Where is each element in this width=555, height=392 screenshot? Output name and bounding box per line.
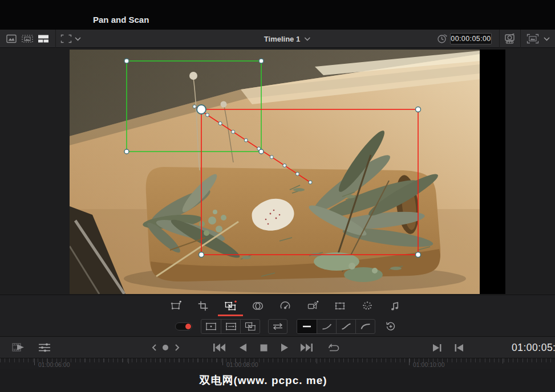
previous-keyframe-icon[interactable] [149, 337, 159, 358]
toolbar-separator [55, 30, 56, 48]
ease-in-out-button[interactable] [336, 320, 355, 333]
goto-in-icon[interactable] [452, 337, 465, 358]
sizing-tool[interactable] [334, 300, 346, 312]
pan-and-scan-window: Pan and Scan Timeline 1 00:00:05:00 [0, 0, 555, 392]
target-rect-handle-top-left[interactable] [197, 105, 206, 114]
motion-path-keyframe-dot[interactable] [244, 138, 248, 142]
enable-toggle[interactable] [175, 322, 192, 330]
single-viewer-icon[interactable] [5, 32, 18, 45]
ruler-major-tick [34, 358, 35, 365]
duration-clock-icon[interactable] [435, 32, 449, 45]
next-keyframe-icon[interactable] [173, 337, 182, 358]
chevron-down-icon [304, 37, 310, 41]
blend-tool[interactable] [252, 300, 264, 312]
corner-pin-tool[interactable] [169, 300, 182, 312]
motion-path-keyframe-dot[interactable] [270, 156, 273, 159]
source-rect-handle-bottom-right[interactable] [259, 149, 264, 154]
pan-scan-tool[interactable] [224, 300, 237, 312]
retime-tool[interactable] [279, 300, 291, 312]
swap-frames-button[interactable] [268, 319, 287, 334]
video-image [70, 50, 505, 294]
transport-bar: 01:00:05:00 [0, 336, 555, 358]
motion-path-keyframe-dot[interactable] [206, 113, 209, 117]
ruler-minor-ticks [0, 358, 555, 362]
photo-herbs-on-board [70, 50, 505, 294]
duration-value: 00:00:05:00 [451, 35, 491, 43]
reset-history-button[interactable] [383, 319, 398, 334]
ruler-timecode-label: 01:00:08:00 [226, 361, 258, 368]
viewer-panel [0, 48, 555, 295]
source-rect-handle-bottom-left[interactable] [124, 149, 129, 154]
keyframe-dot-icon[interactable] [161, 337, 170, 358]
toggle-knob [185, 324, 191, 329]
grain-tool[interactable] [361, 300, 374, 312]
play-reverse-button[interactable] [237, 337, 248, 358]
camera-lock-tool[interactable] [306, 300, 319, 312]
motion-path-keyframe-dot[interactable] [218, 122, 222, 125]
loop-playback-icon[interactable] [325, 337, 341, 358]
grab-still-camera-icon[interactable] [503, 32, 517, 45]
toolbar-separator [520, 30, 521, 48]
last-frame-button[interactable] [299, 337, 315, 358]
ruler-major-tick [222, 358, 223, 365]
video-frame [70, 50, 505, 294]
ruler-timecode-label: 01:00:06:00 [38, 361, 70, 368]
titlebar: Pan and Scan [0, 0, 555, 30]
duration-timecode-field[interactable]: 00:00:05:00 [450, 33, 492, 44]
viewer-mode-icon[interactable] [526, 32, 540, 45]
split-view-icon[interactable] [37, 32, 50, 45]
dual-viewer-icon[interactable] [21, 32, 34, 45]
page-title: Pan and Scan [93, 15, 149, 24]
timeline-name: Timeline 1 [264, 35, 300, 43]
ease-out-button[interactable] [355, 320, 375, 333]
ruler-mid-tick [503, 358, 503, 364]
watermark-text: 双电网(www. pcpc. me) [199, 373, 327, 388]
pan-scan-options [0, 317, 555, 336]
ruler-major-tick [409, 358, 410, 365]
motion-path-keyframe-dot[interactable] [193, 105, 196, 108]
toolbar-separator [499, 30, 500, 48]
viewer-toolbar: Timeline 1 00:00:05:00 [0, 30, 555, 48]
source-rect-handle-top-right[interactable] [259, 59, 264, 63]
show-both-frames-button[interactable] [240, 320, 260, 333]
stop-button[interactable] [258, 337, 269, 358]
timeline-ruler[interactable]: 01:00:06:0001:00:08:0001:00:10:00 [0, 358, 555, 369]
target-rect-handle-bottom-right[interactable] [416, 252, 421, 258]
timeline-selector[interactable]: Timeline 1 [264, 30, 310, 48]
ease-type-group [297, 319, 375, 334]
crop-tool[interactable] [197, 300, 209, 312]
playhead-timecode: 01:00:05:00 [512, 337, 555, 358]
chevron-down-icon[interactable] [542, 32, 551, 45]
safe-area-icon[interactable] [59, 32, 73, 45]
reference-frame-group [201, 319, 260, 334]
ruler-timecode-label: 01:00:10:00 [413, 361, 444, 368]
render-preview-icon[interactable] [10, 337, 29, 358]
audio-tool[interactable] [388, 300, 401, 312]
target-rect-handle-bottom-left[interactable] [199, 252, 204, 258]
ruler-mid-tick [128, 358, 129, 364]
show-source-frame-button[interactable] [201, 320, 221, 333]
first-frame-button[interactable] [211, 337, 227, 358]
show-target-frame-button[interactable] [221, 320, 240, 333]
play-button[interactable] [279, 337, 290, 358]
motion-path-keyframe-dot[interactable] [283, 164, 286, 167]
effects-toolbar [0, 295, 555, 317]
source-rect-handle-top-left[interactable] [124, 59, 129, 63]
ease-in-button[interactable] [317, 320, 336, 333]
ruler-mid-tick [317, 358, 317, 364]
ease-linear-button[interactable] [297, 320, 317, 333]
target-rect-handle-top-right[interactable] [416, 107, 421, 112]
chevron-down-icon[interactable] [73, 32, 82, 45]
motion-path-keyframe-dot[interactable] [295, 172, 299, 175]
keyframe-settings-icon[interactable] [36, 337, 53, 358]
motion-path-keyframe-dot[interactable] [309, 181, 312, 184]
footer: 双电网(www. pcpc. me) [0, 369, 555, 392]
motion-path-keyframe-dot[interactable] [232, 130, 235, 133]
goto-out-icon[interactable] [431, 337, 443, 358]
